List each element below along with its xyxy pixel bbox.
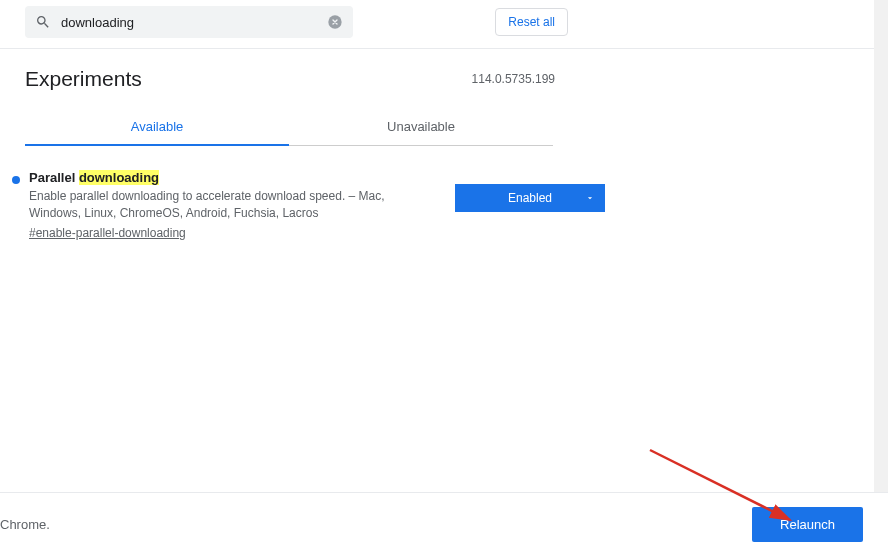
tabs: Available Unavailable — [25, 109, 553, 146]
flag-anchor-link[interactable]: #enable-parallel-downloading — [29, 226, 186, 240]
reset-all-button[interactable]: Reset all — [495, 8, 568, 36]
relaunch-button[interactable]: Relaunch — [752, 507, 863, 542]
page-title: Experiments — [25, 67, 142, 91]
search-box[interactable] — [25, 6, 353, 38]
highlight: downloading — [79, 170, 159, 185]
bottom-text: Chrome. — [0, 517, 50, 532]
flag-description: Enable parallel downloading to accelerat… — [29, 188, 429, 222]
bottom-bar: Chrome. Relaunch — [0, 492, 888, 556]
clear-icon[interactable] — [327, 14, 343, 30]
flag-row: Parallel downloading Enable parallel dow… — [0, 146, 888, 241]
tab-unavailable[interactable]: Unavailable — [289, 109, 553, 146]
scrollbar[interactable] — [874, 0, 888, 492]
chevron-down-icon — [585, 193, 595, 203]
version-label: 114.0.5735.199 — [472, 72, 555, 86]
search-input[interactable] — [61, 15, 327, 30]
modified-dot-icon — [12, 176, 20, 184]
flag-title: Parallel downloading — [29, 170, 429, 185]
flag-state-select[interactable]: Enabled — [455, 184, 605, 212]
tab-available[interactable]: Available — [25, 109, 289, 146]
flag-state-value: Enabled — [508, 191, 552, 205]
search-icon — [35, 14, 51, 30]
